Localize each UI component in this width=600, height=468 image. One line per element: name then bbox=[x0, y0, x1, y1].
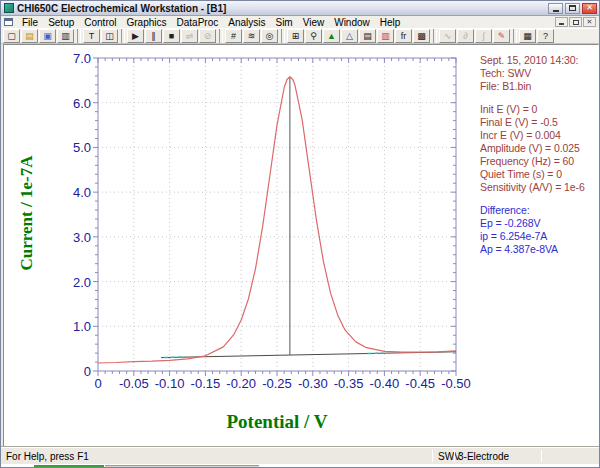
annotate-pen-button[interactable]: ✎ bbox=[493, 29, 510, 43]
cell-control-button[interactable]: # bbox=[225, 29, 242, 43]
peak-anodic-icon: ▲ bbox=[327, 32, 336, 41]
stop-experiment-icon: ■ bbox=[169, 32, 174, 41]
integration-button[interactable]: ∫ bbox=[475, 29, 492, 43]
manual-result-button[interactable]: ⚲ bbox=[305, 29, 322, 43]
copy-graph-icon: ▩ bbox=[417, 32, 426, 41]
mdi-minimize-button[interactable] bbox=[555, 17, 568, 27]
x-tick-label: -0.25 bbox=[262, 376, 292, 391]
annotation-line: Sept. 15, 2010 14:30: bbox=[480, 54, 600, 67]
zoom-window-button[interactable]: ⊞ bbox=[287, 29, 304, 43]
experiment-annotations: Sept. 15, 2010 14:30:Tech: SWVFile: B1.b… bbox=[480, 54, 600, 266]
close-button[interactable]: ✕ bbox=[582, 3, 597, 14]
x-tick-label: -0.15 bbox=[191, 376, 221, 391]
toolbar-separator bbox=[219, 29, 223, 43]
menu-item-file[interactable]: File bbox=[17, 17, 43, 28]
menu-item-window[interactable]: Window bbox=[329, 17, 375, 28]
smooth-button[interactable]: ∿ bbox=[439, 29, 456, 43]
y-tick-label: 5.0 bbox=[51, 140, 91, 155]
derivative-icon: ∂ bbox=[463, 32, 467, 41]
fr-filter-button[interactable]: fr bbox=[395, 29, 412, 43]
menu-item-analysis[interactable]: Analysis bbox=[223, 17, 270, 28]
save-button[interactable]: ▣ bbox=[39, 29, 56, 43]
x-tick-label: -0.10 bbox=[155, 376, 185, 391]
annotation-group-params: Init E (V) = 0Final E (V) = -0.5Incr E (… bbox=[480, 103, 600, 194]
status-electrode-mode: 3-Electrode bbox=[458, 451, 509, 462]
y-tick-label: 4.0 bbox=[51, 185, 91, 200]
data-table-icon: ▦ bbox=[523, 32, 532, 41]
print-icon: ▥ bbox=[61, 32, 70, 41]
color-legend-button[interactable]: ▥ bbox=[377, 29, 394, 43]
cell-control-icon: # bbox=[231, 32, 236, 41]
mdi-restore-button[interactable] bbox=[569, 17, 582, 27]
annotation-line: ip = 6.254e-7A bbox=[480, 230, 600, 243]
save-icon: ▣ bbox=[43, 32, 52, 41]
app-icon bbox=[4, 3, 14, 13]
menu-item-dataproc[interactable]: DataProc bbox=[172, 17, 224, 28]
data-listing-button[interactable]: ▤ bbox=[359, 29, 376, 43]
status-divider bbox=[454, 450, 455, 462]
menu-bar: FileSetupControlGraphicsDataProcAnalysis… bbox=[1, 16, 599, 28]
restore-icon bbox=[569, 5, 576, 11]
peak-anodic-button[interactable]: ▲ bbox=[323, 29, 340, 43]
rotate-electrode-icon: ◎ bbox=[266, 32, 274, 41]
mdi-restore-icon bbox=[573, 20, 579, 25]
new-file-icon: ▢ bbox=[7, 32, 16, 41]
menu-item-sim[interactable]: Sim bbox=[270, 17, 297, 28]
rotate-electrode-button[interactable]: ◎ bbox=[261, 29, 278, 43]
minimize-icon bbox=[553, 10, 559, 12]
context-help-button[interactable]: ? bbox=[537, 29, 554, 43]
status-help-text: For Help, press F1 bbox=[6, 451, 89, 462]
open-folder-button[interactable]: ▤ bbox=[21, 29, 38, 43]
data-table-button[interactable]: ▦ bbox=[519, 29, 536, 43]
x-tick-label: -0.40 bbox=[370, 376, 400, 391]
context-help-icon: ? bbox=[543, 32, 548, 41]
hold-icon: ⊘ bbox=[204, 32, 212, 41]
run-experiment-button[interactable]: ▶ bbox=[127, 29, 144, 43]
x-tick-label: -0.05 bbox=[119, 376, 149, 391]
x-axis-title: Potential / V bbox=[227, 411, 328, 433]
annotation-line: Init E (V) = 0 bbox=[480, 103, 600, 116]
window-titlebar: CHI650C Electrochemical Workstation - [B… bbox=[1, 1, 599, 16]
toolbar-separator bbox=[281, 29, 285, 43]
peak-cathodic-button[interactable]: △ bbox=[341, 29, 358, 43]
hold-button[interactable]: ⊘ bbox=[199, 29, 216, 43]
x-tick-label: -0.45 bbox=[405, 376, 435, 391]
annotation-line: File: B1.bin bbox=[480, 80, 600, 93]
y-tick-label: 0 bbox=[51, 364, 91, 379]
print-button[interactable]: ▥ bbox=[57, 29, 74, 43]
menu-item-control[interactable]: Control bbox=[79, 17, 121, 28]
mdi-close-button[interactable]: ✕ bbox=[583, 17, 596, 27]
annotation-line: Tech: SWV bbox=[480, 67, 600, 80]
stir-button[interactable]: ≋ bbox=[243, 29, 260, 43]
annotate-pen-icon: ✎ bbox=[498, 32, 506, 41]
run-experiment-icon: ▶ bbox=[132, 32, 139, 41]
color-legend-icon: ▥ bbox=[381, 32, 390, 41]
new-file-button[interactable]: ▢ bbox=[3, 29, 20, 43]
window-layout-button[interactable]: ◫ bbox=[101, 29, 118, 43]
derivative-button[interactable]: ∂ bbox=[457, 29, 474, 43]
menu-item-graphics[interactable]: Graphics bbox=[122, 17, 172, 28]
stop-experiment-button[interactable]: ■ bbox=[163, 29, 180, 43]
y-tick-label: 3.0 bbox=[51, 230, 91, 245]
menu-item-setup[interactable]: Setup bbox=[43, 17, 79, 28]
annotation-group-info: Sept. 15, 2010 14:30:Tech: SWVFile: B1.b… bbox=[480, 54, 600, 93]
integration-icon: ∫ bbox=[482, 32, 484, 41]
y-axis-title: Current / 1e-7A bbox=[17, 156, 37, 271]
y-tick-label: 1.0 bbox=[51, 319, 91, 334]
text-format-button[interactable]: T bbox=[83, 29, 100, 43]
annotation-line: Final E (V) = -0.5 bbox=[480, 116, 600, 129]
menu-item-view[interactable]: View bbox=[298, 17, 330, 28]
copy-graph-button[interactable]: ▩ bbox=[413, 29, 430, 43]
menu-item-help[interactable]: Help bbox=[375, 17, 406, 28]
menu-items: FileSetupControlGraphicsDataProcAnalysis… bbox=[17, 17, 405, 28]
pause-experiment-button[interactable]: ∥ bbox=[145, 29, 162, 43]
annotation-line: Ap = 4.387e-8VA bbox=[480, 243, 600, 256]
restore-button[interactable] bbox=[565, 3, 580, 14]
x-tick-label: -0.50 bbox=[441, 376, 471, 391]
taskbar-sliver bbox=[1, 464, 599, 468]
document-icon[interactable] bbox=[4, 18, 13, 26]
minimize-button[interactable] bbox=[548, 3, 563, 14]
reverse-scan-button[interactable]: ⇌ bbox=[181, 29, 198, 43]
text-format-icon: T bbox=[89, 32, 95, 41]
status-divider bbox=[541, 450, 542, 462]
